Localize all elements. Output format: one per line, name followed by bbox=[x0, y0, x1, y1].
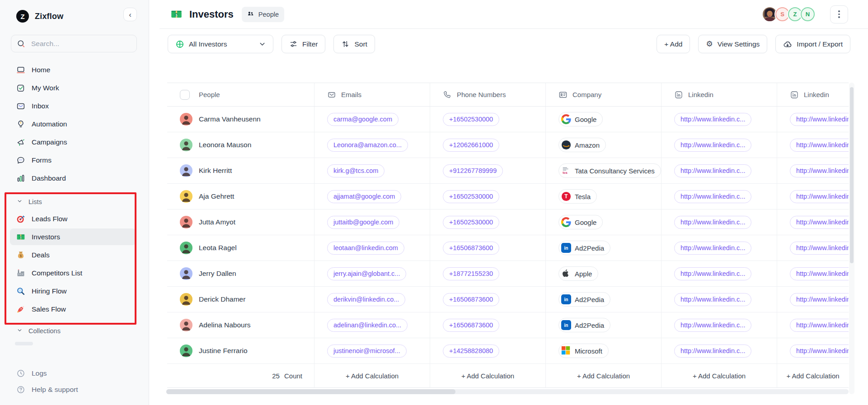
sidebar-item-hiring-flow[interactable]: Hiring Flow bbox=[10, 283, 136, 299]
linkedin-link[interactable]: http://www.linkedin.c... bbox=[674, 344, 751, 358]
email-link[interactable]: derikvin@linkedin.co... bbox=[327, 293, 405, 306]
linkedin-link[interactable]: http://www.linkedin.c... bbox=[674, 139, 751, 152]
company-chip[interactable]: Google bbox=[558, 215, 603, 229]
linkedin-link[interactable]: http://www.linkedin.c... bbox=[790, 113, 849, 126]
add-calculation-button[interactable]: + Add Calculation bbox=[546, 364, 662, 387]
company-chip[interactable]: inAd2Pedia bbox=[558, 292, 610, 307]
add-calculation-button[interactable]: + Add Calculation bbox=[777, 364, 849, 387]
column-header-people[interactable]: People bbox=[167, 83, 314, 106]
company-chip[interactable]: TTesla bbox=[558, 189, 597, 204]
company-chip[interactable]: Microsoft bbox=[558, 344, 609, 358]
horizontal-scrollbar-thumb[interactable] bbox=[166, 389, 455, 394]
phone-link[interactable]: +16506873600 bbox=[443, 293, 499, 306]
sidebar-item-sales-flow[interactable]: Sales Flow bbox=[10, 301, 136, 317]
email-link[interactable]: Leonora@amazon.co... bbox=[327, 139, 408, 152]
sidebar-item-forms[interactable]: Forms bbox=[0, 152, 149, 169]
person-cell[interactable]: Leonora Mauson bbox=[167, 132, 314, 158]
person-cell[interactable]: Jutta Amyot bbox=[167, 209, 314, 235]
phone-link[interactable]: +16502530000 bbox=[443, 216, 499, 229]
linkedin-link[interactable]: http://www.linkedin.c... bbox=[790, 190, 849, 203]
email-link[interactable]: carma@google.com bbox=[327, 113, 399, 126]
linkedin-link[interactable]: http://www.linkedin.c... bbox=[674, 319, 751, 332]
linkedin-link[interactable]: http://www.linkedin.c... bbox=[790, 293, 849, 306]
linkedin-link[interactable]: http://www.linkedin.c... bbox=[674, 216, 751, 229]
avatar-initial-s[interactable]: S bbox=[775, 7, 789, 21]
linkedin-link[interactable]: http://www.linkedin.c... bbox=[674, 242, 751, 255]
linkedin-link[interactable]: http://www.linkedin.c... bbox=[790, 319, 849, 332]
email-link[interactable]: ajjamat@google.com bbox=[327, 190, 401, 203]
sidebar-item-automation[interactable]: Automation bbox=[0, 116, 149, 133]
collections-section-header[interactable]: Collections bbox=[0, 327, 149, 335]
company-chip[interactable]: tcsTata Consultancy Services bbox=[558, 163, 661, 178]
person-cell[interactable]: Derick Dhamer bbox=[167, 287, 314, 312]
person-cell[interactable]: Adelina Nabours bbox=[167, 312, 314, 338]
table-row[interactable]: Kirk Herrittkirk.g@tcs.com+912267789999t… bbox=[167, 158, 849, 184]
company-chip[interactable]: inAd2Pedia bbox=[558, 318, 610, 332]
table-row[interactable]: Leonora MausonLeonora@amazon.co...+12062… bbox=[167, 132, 849, 158]
view-settings-button[interactable]: ⚙ View Settings bbox=[698, 35, 767, 53]
email-link[interactable]: juttaitb@google.com bbox=[327, 216, 399, 229]
select-all-checkbox[interactable] bbox=[180, 90, 190, 100]
sidebar-item-inbox[interactable]: Inbox bbox=[0, 98, 149, 115]
vertical-scrollbar[interactable] bbox=[849, 83, 854, 394]
sort-button[interactable]: Sort bbox=[333, 35, 375, 53]
table-row[interactable]: Aja Gehrettajjamat@google.com+1650253000… bbox=[167, 184, 849, 209]
filter-button[interactable]: Filter bbox=[282, 35, 325, 53]
column-header-company[interactable]: Company bbox=[546, 83, 662, 106]
phone-link[interactable]: +16506873600 bbox=[443, 319, 499, 332]
column-header-emails[interactable]: Emails bbox=[314, 83, 430, 106]
linkedin-link[interactable]: http://www.linkedin.c... bbox=[674, 293, 751, 306]
table-row[interactable]: Leota Ragelleotaan@linkedin.com+16506873… bbox=[167, 235, 849, 261]
sidebar-collapse-button[interactable]: ‹ bbox=[123, 8, 137, 21]
phone-link[interactable]: +16502530000 bbox=[443, 113, 499, 126]
company-chip[interactable]: Apple bbox=[558, 266, 598, 281]
header-kebab-menu-button[interactable] bbox=[830, 5, 848, 23]
linkedin-link[interactable]: http://www.linkedin.c... bbox=[790, 164, 849, 177]
sidebar-search[interactable] bbox=[11, 35, 137, 52]
phone-link[interactable]: +912267789999 bbox=[443, 164, 503, 177]
avatar-initial-z[interactable]: Z bbox=[788, 7, 802, 21]
phone-link[interactable]: +18772155230 bbox=[443, 267, 499, 280]
add-button[interactable]: + Add bbox=[657, 35, 690, 53]
linkedin-link[interactable]: http://www.linkedin.c... bbox=[790, 344, 849, 358]
sidebar-item-my-work[interactable]: My Work bbox=[0, 79, 149, 97]
sidebar-item-deals[interactable]: $Deals bbox=[10, 247, 136, 263]
avatar-stack[interactable]: SZN bbox=[763, 7, 815, 21]
table-row[interactable]: Carma Vanheusenncarma@google.com+1650253… bbox=[167, 107, 849, 132]
column-header-linkedin-2[interactable]: Linkedin bbox=[777, 83, 849, 106]
email-link[interactable]: jerry.ajain@globant.c... bbox=[327, 267, 406, 280]
avatar-initial-n[interactable]: N bbox=[801, 7, 815, 21]
linkedin-link[interactable]: http://www.linkedin.c... bbox=[790, 139, 849, 152]
person-cell[interactable]: Kirk Herritt bbox=[167, 158, 314, 183]
linkedin-link[interactable]: http://www.linkedin.c... bbox=[674, 267, 751, 280]
sidebar-item-investors[interactable]: $Investors bbox=[10, 228, 136, 245]
view-selector-dropdown[interactable]: All Investors bbox=[168, 35, 273, 53]
linkedin-link[interactable]: http://www.linkedin.c... bbox=[674, 164, 751, 177]
sidebar-item-logs[interactable]: Logs bbox=[0, 365, 149, 382]
sidebar-item-leads-flow[interactable]: Leads Flow bbox=[10, 210, 136, 227]
sidebar-item-help-support[interactable]: Help & support bbox=[0, 382, 149, 398]
search-input[interactable] bbox=[30, 39, 131, 48]
add-calculation-button[interactable]: + Add Calculation bbox=[662, 364, 777, 387]
linkedin-link[interactable]: http://www.linkedin.c... bbox=[790, 242, 849, 255]
email-link[interactable]: justinenoir@microsof... bbox=[327, 344, 407, 358]
sidebar-item-competitors-list[interactable]: Competitors List bbox=[10, 265, 136, 281]
phone-link[interactable]: +16506873600 bbox=[443, 242, 499, 255]
import-export-button[interactable]: Import / Export bbox=[775, 35, 850, 53]
person-cell[interactable]: Leota Ragel bbox=[167, 235, 314, 261]
company-chip[interactable]: Google bbox=[558, 112, 603, 126]
phone-link[interactable]: +12062661000 bbox=[443, 139, 499, 152]
sidebar-item-home[interactable]: Home bbox=[0, 61, 149, 79]
person-cell[interactable]: Carma Vanheusenn bbox=[167, 107, 314, 132]
email-link[interactable]: adelinan@linkedin.co... bbox=[327, 319, 408, 332]
table-row[interactable]: Jutta Amyotjuttaitb@google.com+165025300… bbox=[167, 209, 849, 235]
lists-section-header[interactable]: Lists bbox=[0, 198, 149, 205]
phone-link[interactable]: +14258828080 bbox=[443, 344, 499, 358]
linkedin-link[interactable]: http://www.linkedin.c... bbox=[790, 267, 849, 280]
table-row[interactable]: Justine Ferrariojustinenoir@microsof...+… bbox=[167, 338, 849, 364]
company-chip[interactable]: Amazon bbox=[558, 138, 606, 152]
add-calculation-button[interactable]: + Add Calculation bbox=[430, 364, 546, 387]
avatar-photo[interactable] bbox=[763, 7, 777, 21]
phone-link[interactable]: +16502530000 bbox=[443, 190, 499, 203]
table-row[interactable]: Adelina Naboursadelinan@linkedin.co...+1… bbox=[167, 312, 849, 338]
